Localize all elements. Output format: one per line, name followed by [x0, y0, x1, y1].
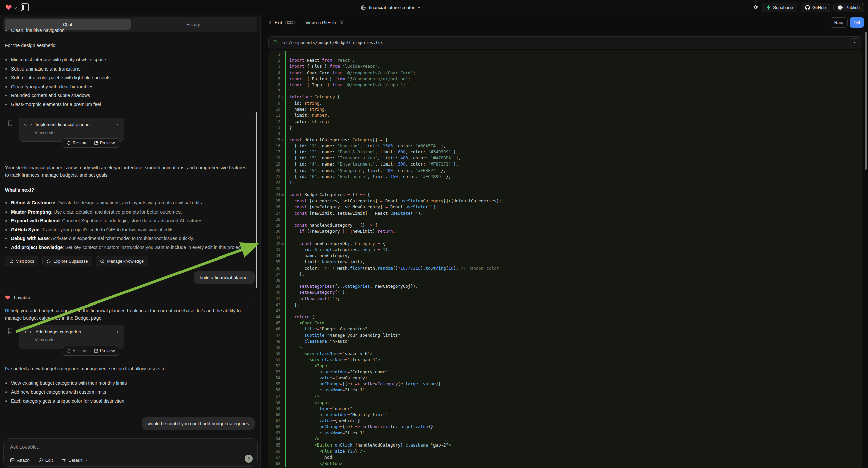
code-text: import ChartCard from '@/components/ui/C…: [285, 70, 862, 76]
fold-gutter: [280, 63, 285, 69]
line-number: 56: [269, 387, 280, 393]
code-line: 52 <Input: [269, 363, 862, 369]
publish-button[interactable]: Publish: [833, 3, 864, 12]
code-text: const newCategoryObj: Category = {: [285, 241, 862, 247]
code-text: setCategories([...categories, newCategor…: [285, 283, 862, 289]
attach-button[interactable]: Attach: [10, 458, 30, 463]
code-line: 46 title="Budget Categories": [269, 326, 862, 332]
line-number: 7: [269, 88, 280, 94]
code-scrollbar[interactable]: [865, 32, 867, 170]
explore-supabase-button[interactable]: Explore Supabase: [42, 256, 92, 266]
code-text: <div className="space-y-6">: [285, 351, 862, 356]
line-number: 51: [269, 356, 280, 362]
code-text: />: [285, 436, 862, 442]
file-path-bar[interactable]: src/components/budget/BudgetCategories.t…: [269, 36, 862, 49]
line-number: 67: [269, 454, 280, 460]
github-button[interactable]: GitHub: [801, 3, 830, 12]
line-number: 53: [269, 369, 280, 375]
line-number: 45: [269, 320, 280, 326]
fold-gutter: [280, 345, 285, 351]
arrow-up-icon: [247, 457, 251, 461]
code-line: 12 color: string;: [269, 118, 862, 124]
version-card-title: Implement financial planner: [36, 122, 91, 127]
line-number: 12: [269, 118, 280, 124]
code-text: className="flex-1": [285, 430, 862, 436]
code-text: </Button>: [285, 461, 862, 467]
code-text: value={newLimit}: [285, 418, 862, 424]
code-line: 16 { id: '1', name: 'Housing', limit: 15…: [269, 143, 862, 149]
fold-chevron-icon[interactable]: [280, 192, 285, 198]
raw-toggle-button[interactable]: Raw: [830, 18, 847, 28]
message-menu-icon[interactable]: ···: [249, 295, 255, 300]
fold-gutter: [280, 406, 285, 412]
manage-knowledge-button[interactable]: Manage knowledge: [96, 256, 148, 266]
visit-docs-button[interactable]: Visit docs: [5, 256, 38, 266]
supabase-icon: [766, 5, 771, 10]
lovable-logo-icon[interactable]: [5, 4, 12, 11]
diff-toggle-button[interactable]: Diff: [849, 18, 864, 28]
exit-button[interactable]: Exit: [275, 20, 282, 25]
line-number: 20: [269, 168, 280, 174]
restore-button[interactable]: Restore: [64, 141, 91, 145]
view-code-link[interactable]: View code: [35, 130, 119, 135]
back-chevron-icon[interactable]: [269, 21, 272, 24]
chat-scrollbar[interactable]: [256, 112, 257, 288]
g-key-badge: G: [339, 20, 344, 25]
code-line: 9 id: string;: [269, 100, 862, 107]
fold-chevron-icon[interactable]: [280, 137, 285, 143]
code-text: ];: [285, 180, 862, 186]
bookmark-icon[interactable]: [8, 120, 13, 126]
code-line: 3import { Plus } from 'lucide-react';: [269, 63, 862, 69]
sidebar-toggle-icon[interactable]: [21, 3, 29, 11]
mode-select[interactable]: Default: [61, 458, 88, 463]
line-number: 25: [269, 198, 280, 204]
project-title[interactable]: financial-future-creator: [361, 0, 421, 15]
code-text: >: [285, 345, 862, 351]
preview-button[interactable]: Preview: [91, 349, 118, 353]
version-card-add-budget-categories[interactable]: < > Add budget categories View code: [19, 325, 124, 349]
code-text: limit: Number(newLimit),: [285, 259, 862, 265]
code-text: const [categories, setCategories] = Reac…: [285, 198, 862, 204]
list-item: Each category gets a unique color for vi…: [0, 398, 250, 405]
view-code-link[interactable]: View code: [35, 338, 119, 343]
fold-gutter: [280, 130, 285, 137]
bookmark-icon[interactable]: [8, 328, 13, 334]
file-path: src/components/budget/BudgetCategories.t…: [281, 40, 383, 45]
composer-input[interactable]: Ask Lovable...: [10, 444, 40, 449]
code-text: { id: '4', name: 'Entertainment', limit:…: [285, 161, 862, 167]
code-line: 33 id: String(categories.length + 1),: [269, 247, 862, 253]
line-number: 42: [269, 302, 280, 308]
view-on-github-button[interactable]: View on GitHub: [305, 20, 336, 25]
preview-button[interactable]: Preview: [91, 141, 118, 145]
supabase-button[interactable]: Supabase: [762, 3, 797, 12]
restore-button[interactable]: Restore: [64, 349, 91, 353]
line-number: 64: [269, 436, 280, 442]
line-number: 49: [269, 345, 280, 351]
line-number: 43: [269, 308, 280, 314]
line-number: 32: [269, 241, 280, 247]
edit-button[interactable]: Edit: [38, 458, 53, 463]
fold-gutter: [280, 400, 285, 406]
collapse-file-button[interactable]: [850, 38, 859, 47]
line-number: 16: [269, 143, 280, 149]
chevron-up-icon: [853, 41, 856, 44]
line-number: 36: [269, 265, 280, 271]
fold-gutter: [280, 448, 285, 454]
fold-chevron-icon[interactable]: [280, 241, 285, 247]
line-number: 55: [269, 381, 280, 387]
send-button[interactable]: [245, 455, 253, 463]
fold-chevron-icon[interactable]: [280, 222, 285, 228]
line-number: 8: [269, 94, 280, 100]
line-number: 23: [269, 186, 280, 192]
fold-gutter: [280, 174, 285, 180]
logo-chevron-down-icon[interactable]: [14, 6, 18, 10]
code-editor[interactable]: 12import React from 'react';3import { Pl…: [269, 50, 862, 468]
settings-gear-icon[interactable]: [752, 4, 758, 10]
code-line: 15const defaultCategories: Category[] = …: [269, 137, 862, 143]
list-item: Master Prompting: Use clear, detailed, a…: [0, 208, 254, 215]
restore-icon: [67, 141, 71, 145]
fold-chevron-icon[interactable]: [280, 94, 285, 100]
code-line: 30 if (!newCategory || !newLimit) return…: [269, 228, 862, 234]
composer[interactable]: Ask Lovable... Attach Edit: [3, 438, 258, 467]
external-link-icon: [94, 141, 98, 145]
